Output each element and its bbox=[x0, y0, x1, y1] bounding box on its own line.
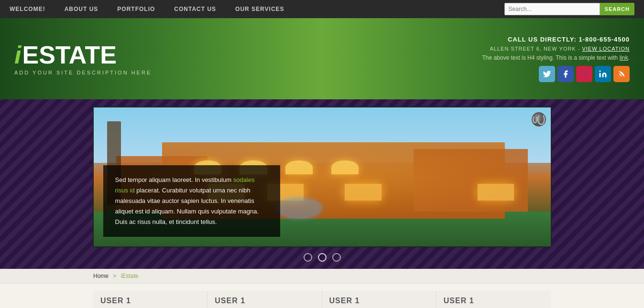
nav-welcome[interactable]: WELCOME! bbox=[10, 6, 45, 12]
slider-dots bbox=[304, 253, 341, 262]
user-section-2: USER 1 Aliquam volutpat dolor. Integer c… bbox=[207, 291, 322, 308]
address-line: ALLEN STREET 6, NEW YORK - VIEW LOCATION bbox=[490, 46, 630, 52]
slider-caption: Sed tempor aliquam laoreet. In vestibulu… bbox=[103, 165, 280, 237]
header-right: CALL US DIRECTLY: 1-800-655-4500 ALLEN S… bbox=[482, 36, 630, 82]
nav-about[interactable]: ABOUT US bbox=[65, 6, 98, 12]
user-section-1-title: USER 1 bbox=[100, 297, 200, 305]
nav-links: WELCOME! ABOUT US PORTFOLIO CONTACT US O… bbox=[10, 6, 284, 12]
social-icons: ●● bbox=[539, 66, 630, 82]
phone-line: CALL US DIRECTLY: 1-800-655-4500 bbox=[508, 36, 630, 43]
user-section-3: USER 1 DOWNLOAD JOOMLA bbox=[322, 291, 437, 308]
rss-icon[interactable] bbox=[613, 66, 630, 82]
breadcrumb-separator: > bbox=[113, 273, 116, 279]
h4-text: The above text is H4 styling. This is a … bbox=[482, 54, 630, 61]
slider-container: Sed tempor aliquam laoreet. In vestibulu… bbox=[93, 106, 552, 247]
svg-point-1 bbox=[619, 76, 620, 77]
user-section-4-title: USER 1 bbox=[444, 297, 544, 305]
logo-i: i bbox=[14, 42, 21, 67]
breadcrumb-current: iEstate bbox=[121, 273, 139, 279]
view-location-link[interactable]: VIEW LOCATION bbox=[582, 46, 630, 52]
flickr-icon[interactable]: ●● bbox=[576, 66, 592, 82]
logo-estate: ESTATE bbox=[22, 42, 116, 67]
twitter-icon[interactable] bbox=[539, 66, 555, 82]
header: iESTATE ADD YOUR SITE DESCRIPTION HERE C… bbox=[0, 18, 644, 99]
nav-contact[interactable]: CONTACT US bbox=[174, 6, 216, 12]
slider-section: Sed tempor aliquam laoreet. In vestibulu… bbox=[0, 99, 644, 269]
search-area: SEARCH bbox=[504, 3, 634, 15]
search-button[interactable]: SEARCH bbox=[600, 3, 634, 15]
slider-dot-2[interactable] bbox=[318, 253, 327, 262]
user-section-1: USER 1 Etiam ipsum... bbox=[93, 291, 207, 308]
phone-number: 1-800-655-4500 bbox=[579, 36, 630, 43]
logo-area: iESTATE ADD YOUR SITE DESCRIPTION HERE bbox=[14, 42, 152, 75]
user-section-3-title: USER 1 bbox=[329, 297, 429, 305]
user-section-4: USER 1 Etiam ipsum... bbox=[437, 291, 551, 308]
top-navigation: WELCOME! ABOUT US PORTFOLIO CONTACT US O… bbox=[0, 0, 644, 18]
user-sections: USER 1 Etiam ipsum... USER 1 Aliquam vol… bbox=[0, 284, 644, 308]
linkedin-icon[interactable] bbox=[595, 66, 611, 82]
caption-text-after: placerat. Curabitur volutpat urna nec ni… bbox=[115, 187, 259, 225]
breadcrumb: Home > iEstate bbox=[0, 269, 644, 284]
phone-label: CALL US DIRECTLY: bbox=[508, 36, 577, 43]
address-text: ALLEN STREET 6, NEW YORK - bbox=[490, 46, 580, 52]
h4-link[interactable]: link bbox=[620, 54, 628, 61]
slider-dot-3[interactable] bbox=[332, 253, 341, 262]
h4-description: The above text is H4 styling. This is a … bbox=[482, 54, 618, 61]
search-input[interactable] bbox=[504, 3, 600, 15]
logo: iESTATE bbox=[14, 42, 152, 67]
nav-portfolio[interactable]: PORTFOLIO bbox=[117, 6, 155, 12]
slider-control-button[interactable] bbox=[532, 112, 546, 127]
svg-point-0 bbox=[600, 70, 601, 72]
nav-services[interactable]: OUR SERVICES bbox=[235, 6, 284, 12]
logo-tagline: ADD YOUR SITE DESCRIPTION HERE bbox=[14, 70, 152, 75]
breadcrumb-home[interactable]: Home bbox=[93, 273, 109, 279]
facebook-icon[interactable] bbox=[557, 66, 574, 82]
user-section-2-title: USER 1 bbox=[215, 297, 314, 305]
caption-text-before: Sed tempor aliquam laoreet. In vestibulu… bbox=[115, 176, 232, 183]
slider-dot-1[interactable] bbox=[304, 253, 312, 262]
